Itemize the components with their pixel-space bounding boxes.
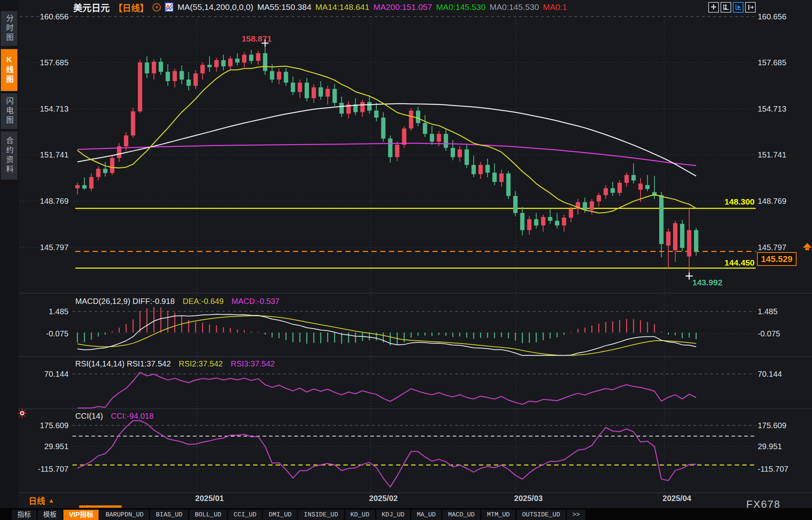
indicator-tab-BARUPDN_UD[interactable]: BARUPDN_UD xyxy=(100,510,149,520)
month-axis-label: 2025/03 xyxy=(505,494,552,503)
indicator-tab-bar: 指标模板VIP指标BARUPDN_UDBIAS_UDBOLL_UDCCI_UDD… xyxy=(0,508,812,520)
cci-axis-label: -115.707 xyxy=(18,464,69,474)
chart-type-sidebar: 分时图K线图闪电图合约资料 xyxy=(0,0,19,520)
indicator-tab-KD_UD[interactable]: KD_UD xyxy=(345,510,375,520)
ma0-gray-value: MA0:145.530 xyxy=(490,2,539,12)
sidebar-item-1[interactable]: 分时图 xyxy=(1,11,17,46)
cci-panel-header: CCI(14) CCI:-94.018 xyxy=(75,412,154,421)
sidebar-item-4[interactable]: 合约资料 xyxy=(1,131,17,180)
cci-axis-label: 29.951 xyxy=(18,442,69,451)
cci-title: CCI(14) xyxy=(75,412,103,421)
indicator-tab-指标[interactable]: 指标 xyxy=(12,510,36,520)
cci-axis-label: -115.707 xyxy=(758,464,788,474)
indicator-tab-OUTSIDE_UD[interactable]: OUTSIDE_UD xyxy=(517,510,566,520)
price-axis-label: 157.685 xyxy=(18,58,69,67)
price-axis-label: 160.656 xyxy=(18,12,69,21)
indicator-tab-BOLL_UD[interactable]: BOLL_UD xyxy=(189,510,227,520)
period-dropdown-arrow: ▲ xyxy=(48,497,54,504)
sidebar-item-3[interactable]: 闪电图 xyxy=(1,93,17,129)
rsi1-value: RSI1:37.542 xyxy=(127,359,171,368)
chart-canvas[interactable] xyxy=(0,0,812,508)
ma0-red-value: MA0:1 xyxy=(543,2,567,12)
indicator-tab-DMI_UD[interactable]: DMI_UD xyxy=(263,510,297,520)
rsi-panel-header: RSI(14,14,14) RSI1:37.542 RSI2:37.542 RS… xyxy=(75,359,275,368)
ma55-value: MA55:150.384 xyxy=(257,2,311,12)
cci-value: CCI:-94.018 xyxy=(111,412,154,421)
rsi-axis-label: 70.144 xyxy=(18,369,69,379)
indicator-tab-MA_UD[interactable]: MA_UD xyxy=(411,510,441,520)
high-price-annotation: 158.871 xyxy=(242,34,272,44)
period-label: 日线 xyxy=(29,494,45,506)
macd-title: MACD(26,12,9) xyxy=(75,297,130,306)
macd-axis-label: -0.075 xyxy=(18,329,69,338)
macd-axis-label: -0.075 xyxy=(758,329,780,338)
rsi2-value: RSI2:37.542 xyxy=(179,359,223,368)
price-axis-label: 151.741 xyxy=(18,150,69,159)
macd-dea-value: DEA:-0.649 xyxy=(183,297,223,306)
cci-axis-label: 175.609 xyxy=(18,421,69,430)
indicator-tab-KDJ_UD[interactable]: KDJ_UD xyxy=(376,510,410,520)
rsi3-value: RSI3:37.542 xyxy=(231,359,274,368)
macd-macd-value: MACD:-0.537 xyxy=(232,297,280,306)
price-axis-label: 151.741 xyxy=(758,150,786,159)
low-price-annotation: 143.992 xyxy=(692,278,722,287)
tabs-overflow-button[interactable]: >> xyxy=(567,510,585,520)
move-cross-icon[interactable] xyxy=(708,2,719,13)
ma-params-label: MA(55,14,200,0,0,0) xyxy=(177,2,253,12)
period-tag: 【日线】 xyxy=(114,1,149,13)
indicator-tab-CCI_UD[interactable]: CCI_UD xyxy=(228,510,262,520)
crosshair-target-icon[interactable] xyxy=(17,408,27,418)
price-axis-label: 154.713 xyxy=(758,104,786,114)
ma14-value: MA14:148.641 xyxy=(315,2,370,12)
trading-app-window: 分时图K线图闪电图合约资料 美元日元 【日线】 + MA(55,14,200,0… xyxy=(0,0,812,520)
indicator-chart-icon[interactable] xyxy=(165,2,173,12)
price-axis-label: 154.713 xyxy=(18,104,69,114)
period-dropdown[interactable]: 日线 ▲ xyxy=(29,494,54,506)
price-axis-label: 157.685 xyxy=(758,58,786,67)
cci-axis-label: 29.951 xyxy=(758,442,782,451)
ma0-green-value: MA0:145.530 xyxy=(436,2,486,12)
last-price-box: 145.529 xyxy=(757,252,797,266)
macd-axis-label: 1.485 xyxy=(18,307,69,316)
axis-range-icon[interactable] xyxy=(721,2,731,13)
indicator-tab-MTM_UD[interactable]: MTM_UD xyxy=(481,510,515,520)
indicator-tab-模板[interactable]: 模板 xyxy=(38,510,62,520)
symbol-title: 美元日元 xyxy=(73,0,110,14)
macd-panel-header: MACD(26,12,9) DIFF:-0.918 DEA:-0.649 MAC… xyxy=(75,297,280,306)
indicator-tab-BIAS_UD[interactable]: BIAS_UD xyxy=(150,510,188,520)
ma200-value: MA200:151.057 xyxy=(374,2,432,12)
sidebar-item-2[interactable]: K线图 xyxy=(1,49,17,91)
cci-axis-label: 175.609 xyxy=(758,421,786,430)
rsi-axis-label: 70.144 xyxy=(758,369,782,379)
month-axis-label: 2025/02 xyxy=(360,494,407,503)
indicator-tab-VIP指标[interactable]: VIP指标 xyxy=(63,510,99,520)
price-axis-label: 145.797 xyxy=(758,243,786,252)
support-level-label: 144.450 xyxy=(673,258,755,268)
macd-axis-label: 1.485 xyxy=(758,307,778,316)
month-axis-label: 2025/01 xyxy=(186,494,233,503)
price-axis-label: 148.769 xyxy=(18,196,69,206)
chart-header-legend: 美元日元 【日线】 + MA(55,14,200,0,0,0) MA55:150… xyxy=(73,2,567,13)
shift-bar-icon[interactable] xyxy=(745,2,756,13)
macd-diff-value: DIFF:-0.918 xyxy=(133,297,175,306)
indicator-tab-MACD_UD[interactable]: MACD_UD xyxy=(442,510,480,520)
month-axis-label: 2025/04 xyxy=(653,494,701,503)
chart-toolbar xyxy=(708,2,756,13)
resistance-level-label: 148.300 xyxy=(673,197,755,207)
axis-play-icon[interactable] xyxy=(733,2,743,13)
rsi-title: RSI(14,14,14) xyxy=(75,359,125,368)
h-scrollbar-thumb[interactable] xyxy=(79,505,122,508)
add-compare-icon[interactable]: + xyxy=(152,3,161,11)
indicator-tab-INSIDE_UD[interactable]: INSIDE_UD xyxy=(298,510,343,520)
price-axis-label: 148.769 xyxy=(758,196,786,206)
price-axis-label: 160.656 xyxy=(758,12,786,21)
price-axis-label: 145.797 xyxy=(18,243,69,252)
